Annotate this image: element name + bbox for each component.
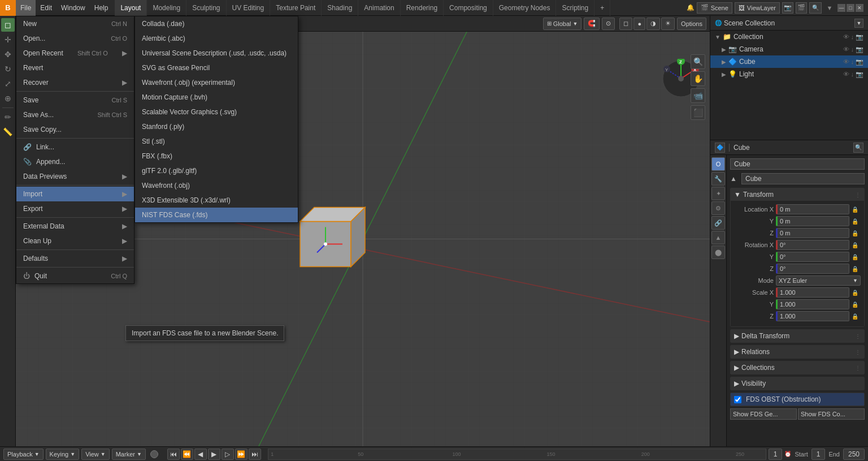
file-menu-item[interactable]: File <box>16 0 36 16</box>
view-menu-btn[interactable]: View ▼ <box>81 449 110 460</box>
import-stl[interactable]: Stl (.stl) <box>135 134 298 149</box>
scale-lock-z[interactable]: 🔒 <box>852 313 861 320</box>
visibility-header[interactable]: ▶ Visibility <box>731 377 864 390</box>
minimize-btn[interactable]: — <box>837 4 845 12</box>
collection-render-icon[interactable]: 📷 <box>856 33 863 41</box>
menu-clean-up[interactable]: Clean Up ▶ <box>16 234 134 248</box>
menu-save-copy[interactable]: Save Copy... <box>16 122 134 137</box>
marker-menu-btn[interactable]: Marker ▼ <box>112 449 146 460</box>
keyframe-record-btn[interactable] <box>150 450 158 458</box>
step-back-btn[interactable]: ◀ <box>194 449 207 460</box>
menu-import[interactable]: Import ▶ <box>16 187 134 201</box>
proportional-btn[interactable]: ⊙ <box>602 18 615 30</box>
help-menu-item[interactable]: Help <box>90 0 113 16</box>
menu-open-recent[interactable]: Open Recent Shift Ctrl O ▶ <box>16 46 134 61</box>
light-render-icon[interactable]: 📷 <box>856 71 863 78</box>
close-btn[interactable]: ✕ <box>856 4 863 12</box>
playback-menu-btn[interactable]: Playback ▼ <box>3 449 44 460</box>
menu-new[interactable]: New Ctrl N <box>16 16 134 31</box>
menu-revert[interactable]: Revert <box>16 61 134 75</box>
outliner-item-light[interactable]: ▶ 💡 Light 👁 ↓ 📷 <box>710 68 868 80</box>
relations-opts[interactable]: ⋮ <box>855 349 861 355</box>
location-lock-x[interactable]: 🔒 <box>852 206 861 213</box>
import-submenu[interactable]: Collada (.dae) Alembic (.abc) Universal … <box>134 16 298 223</box>
rotation-z[interactable]: 0° <box>776 264 849 274</box>
props-tab-object[interactable]: O <box>711 157 725 171</box>
cube-viewport-icon[interactable]: ↓ <box>851 58 854 66</box>
tool-select[interactable]: ◻ <box>1 18 15 32</box>
tool-transform[interactable]: ⊕ <box>1 92 15 105</box>
import-alembic[interactable]: Alembic (.abc) <box>135 31 298 46</box>
search-field[interactable]: 🔍 <box>809 2 822 14</box>
import-fbx[interactable]: FBX (.fbx) <box>135 149 298 163</box>
transform-selector[interactable]: ⊞ Global ▼ <box>543 18 582 30</box>
import-svg-grease[interactable]: SVG as Grease Pencil <box>135 61 298 75</box>
camera-render-icon[interactable]: 📷 <box>856 46 863 53</box>
file-menu[interactable]: New Ctrl N Open... Ctrl O Open Recent Sh… <box>16 16 134 284</box>
light-visibility-icon[interactable]: 👁 <box>843 71 849 78</box>
relations-header[interactable]: ▶ Relations ⋮ <box>731 346 864 358</box>
props-tab-particles[interactable]: ✦ <box>711 187 725 200</box>
render-btn[interactable]: 📷 <box>782 2 793 14</box>
location-y[interactable]: 0 m <box>776 216 849 226</box>
tool-annotate[interactable]: ✏ <box>1 110 15 124</box>
collections-opts[interactable]: ⋮ <box>855 365 861 371</box>
transform-section-header[interactable]: ▼ Transform ⋮ <box>731 188 864 201</box>
outliner-item-camera[interactable]: ▶ 📷 Camera 👁 ↓ 📷 <box>710 43 868 55</box>
scale-x[interactable]: 1.000 <box>776 287 849 298</box>
tab-compositing[interactable]: Compositing <box>444 0 493 16</box>
jump-start-btn[interactable]: ⏮ <box>167 449 180 460</box>
import-bvh[interactable]: Motion Capture (.bvh) <box>135 90 298 105</box>
cube-render-icon[interactable]: 📷 <box>856 58 863 66</box>
menu-data-previews[interactable]: Data Previews ▶ <box>16 169 134 184</box>
window-menu-item[interactable]: Window <box>57 0 90 16</box>
props-tab-material[interactable]: ⬤ <box>711 245 725 259</box>
zoom-to-fit-btn[interactable]: 🔍 <box>691 54 705 69</box>
props-search-btn[interactable]: 🔍 <box>853 143 863 153</box>
props-tab-data[interactable]: ▲ <box>711 231 725 244</box>
play-btn[interactable]: ▶ <box>208 449 220 460</box>
menu-export[interactable]: Export ▶ <box>16 201 134 216</box>
blender-logo[interactable]: B <box>0 0 16 16</box>
location-x[interactable]: 0 m <box>776 204 849 214</box>
camera-btn[interactable]: 📹 <box>691 88 705 103</box>
fds-obst-header[interactable]: FDS OBST (Obstruction) <box>731 393 864 406</box>
menu-defaults[interactable]: Defaults ▶ <box>16 251 134 266</box>
maximize-btn[interactable]: □ <box>847 4 854 12</box>
collections-header[interactable]: ▶ Collections ⋮ <box>731 361 864 374</box>
delta-opts[interactable]: ⋮ <box>855 333 861 339</box>
menu-open[interactable]: Open... Ctrl O <box>16 31 134 46</box>
outliner-item-cube[interactable]: ▶ 🔷 Cube 👁 ↓ 📷 <box>710 55 868 68</box>
menu-quit[interactable]: ⏻ Quit Ctrl Q <box>16 269 134 283</box>
tab-sculpting[interactable]: Sculpting <box>186 0 226 16</box>
show-fds-co-btn[interactable]: Show FDS Co... <box>798 408 865 420</box>
menu-link[interactable]: 🔗 Link... <box>16 140 134 154</box>
timeline-track[interactable]: 1 50 100 150 200 250 <box>268 449 766 460</box>
filter-btn[interactable]: ▼ <box>824 2 835 14</box>
light-viewport-icon[interactable]: ↓ <box>851 71 854 78</box>
step-forward-btn[interactable]: ▷ <box>222 449 234 460</box>
current-frame-display[interactable]: 1 <box>769 449 783 460</box>
scale-lock-x[interactable]: 🔒 <box>852 290 861 296</box>
scale-y[interactable]: 1.000 <box>776 299 849 309</box>
viewport-shading-wire[interactable]: ◻ <box>619 18 632 30</box>
import-obj[interactable]: Wavefront (.obj) <box>135 178 298 193</box>
collection-viewport-icon[interactable]: ↓ <box>851 33 854 41</box>
outliner-item-collection[interactable]: ▼ 📁 Collection 👁 ↓ 📷 <box>710 31 868 43</box>
tab-layout[interactable]: Layout <box>115 0 147 16</box>
menu-save-as[interactable]: Save As... Shift Ctrl S <box>16 107 134 122</box>
scene-selector[interactable]: 🎬 Scene <box>697 2 732 14</box>
options-btn[interactable]: Options <box>677 18 706 30</box>
data-name-field[interactable]: Cube <box>741 173 865 184</box>
tab-scripting[interactable]: Scripting <box>556 0 594 16</box>
outliner-filter-btn[interactable]: ▼ <box>854 19 863 28</box>
tab-texture-paint[interactable]: Texture Paint <box>270 0 322 16</box>
import-obj-experimental[interactable]: Wavefront (.obj) (experimental) <box>135 75 298 90</box>
menu-external-data[interactable]: External Data ▶ <box>16 219 134 234</box>
snap-btn[interactable]: 🧲 <box>584 18 600 30</box>
rotation-y[interactable]: 0° <box>776 252 849 262</box>
menu-save[interactable]: Save Ctrl S <box>16 93 134 107</box>
cube-visibility-icon[interactable]: 👁 <box>843 58 849 66</box>
location-lock-y[interactable]: 🔒 <box>852 218 861 225</box>
rotation-lock-y[interactable]: 🔒 <box>852 254 861 260</box>
